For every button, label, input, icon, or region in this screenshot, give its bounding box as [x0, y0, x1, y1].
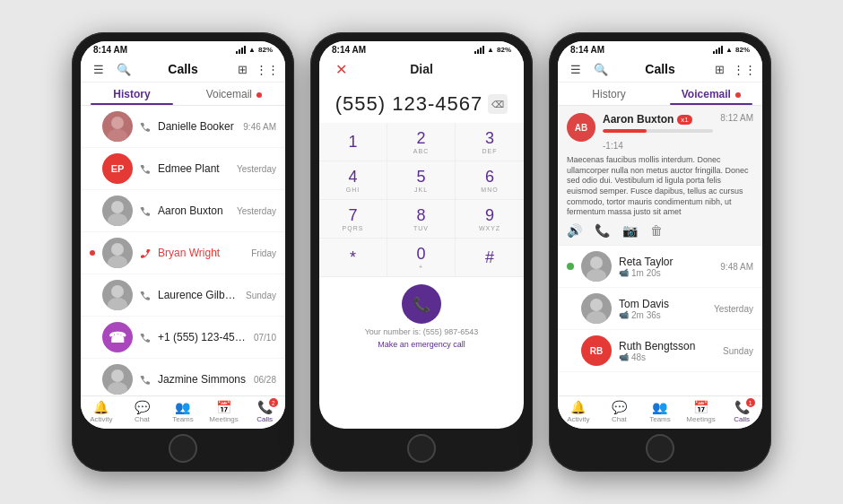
- vm-item-ruth[interactable]: RB Ruth Bengtsson 📹 48s Sunday: [558, 330, 762, 372]
- svg-point-5: [108, 256, 127, 268]
- vm-item-tom[interactable]: Tom Davis 📹 2m 36s Yesterday: [558, 288, 762, 330]
- tab-history-3[interactable]: History: [558, 83, 660, 105]
- teams-icon-1: 👥: [175, 400, 190, 414]
- call-icon-laurence: [140, 290, 151, 300]
- nav-teams-3[interactable]: 👥 Teams: [639, 400, 681, 423]
- dial-key-4[interactable]: 4 GHI: [319, 161, 387, 200]
- phone-1-screen: 8:14 AM ▲ 82% ☰ 🔍 Ca: [81, 41, 285, 429]
- vm-time-ruth: Sunday: [723, 346, 753, 356]
- vm-name-tom: Tom Davis: [619, 298, 707, 310]
- tab-history-1[interactable]: History: [81, 83, 183, 105]
- call-item-laurence[interactable]: Laurence Gilbertson (3) Sunday: [81, 274, 285, 317]
- dial-clear-btn[interactable]: ⌫: [488, 94, 508, 114]
- grid-icon-3[interactable]: ⋮⋮: [735, 60, 753, 78]
- nav-meetings-1[interactable]: 📅 Meetings: [204, 400, 245, 423]
- hamburger-icon-3[interactable]: ☰: [567, 60, 585, 78]
- avatar-danielle: [102, 111, 133, 142]
- voicemail-dot-1: [256, 92, 262, 98]
- tabs-3: History Voicemail: [558, 83, 762, 106]
- nav-teams-1[interactable]: 👥 Teams: [162, 400, 204, 423]
- dial-title: Dial: [410, 62, 433, 76]
- dial-key-9[interactable]: 9 WXYZ: [456, 200, 524, 239]
- status-bar-3: 8:14 AM ▲ 82%: [558, 41, 762, 56]
- avatar-laurence: [102, 280, 133, 310]
- voicemail-dot-3: [735, 92, 741, 98]
- close-icon[interactable]: ✕: [332, 60, 350, 78]
- home-btn-1[interactable]: [169, 434, 197, 463]
- phone-3: 8:14 AM ▲ 82% ☰ 🔍 Ca: [549, 32, 771, 472]
- app-title-3: Calls: [645, 62, 674, 76]
- call-name-number: +1 (555) 123-4567: [158, 331, 247, 343]
- dial-call-button[interactable]: 📞: [402, 284, 441, 324]
- vm-time-aaron: 8:12 AM: [720, 113, 753, 123]
- home-btn-2[interactable]: [407, 434, 436, 463]
- vm-item-reta[interactable]: Reta Taylor 📹 1m 20s 9:48 AM: [558, 246, 762, 288]
- grid-icon-1[interactable]: ⋮⋮: [258, 60, 276, 78]
- voicemail-top-item[interactable]: AB Aaron Buxton x1 -1:14 8:12 AM: [558, 106, 762, 246]
- call-icon-bryan: [140, 248, 151, 258]
- dialpad-icon-3[interactable]: ⊞: [710, 60, 728, 78]
- call-info-laurence: Laurence Gilbertson (3): [158, 289, 239, 301]
- call-item-edmee[interactable]: EP Edmee Plant Yesterday: [81, 148, 285, 190]
- dial-key-3[interactable]: 3 DEF: [456, 123, 524, 161]
- call-time-edmee: Yesterday: [237, 164, 276, 174]
- vm-camera-icon[interactable]: 📷: [622, 223, 638, 238]
- tab-voicemail-1[interactable]: Voicemail: [183, 83, 285, 105]
- signal-3: [713, 46, 723, 54]
- signal-1: [236, 46, 246, 54]
- nav-chat-1[interactable]: 💬 Chat: [122, 400, 163, 423]
- svg-point-13: [587, 269, 606, 282]
- call-item-number[interactable]: ☎ +1 (555) 123-4567 07/10: [81, 317, 285, 359]
- home-btn-3[interactable]: [646, 434, 674, 463]
- call-item-aaron[interactable]: Aaron Buxton Yesterday: [81, 190, 285, 232]
- dial-emergency[interactable]: Make an emergency call: [319, 340, 524, 354]
- vm-badge-aaron: x1: [677, 115, 691, 125]
- dial-key-6[interactable]: 6 MNO: [456, 161, 524, 200]
- nav-calls-3[interactable]: 📞 1 Calls: [721, 400, 762, 423]
- tab-voicemail-3[interactable]: Voicemail: [660, 83, 762, 105]
- dial-key-1[interactable]: 1: [319, 123, 387, 161]
- scene: 8:14 AM ▲ 82% ☰ 🔍 Ca: [63, 23, 780, 481]
- dial-key-7[interactable]: 7 PQRS: [319, 200, 387, 239]
- search-icon-3[interactable]: 🔍: [592, 60, 610, 78]
- dial-key-hash[interactable]: #: [456, 239, 524, 277]
- dial-key-0[interactable]: 0 +: [387, 239, 456, 277]
- dial-key-8[interactable]: 8 TUV: [387, 200, 456, 239]
- app-bar-1: ☰ 🔍 Calls ⊞ ⋮⋮: [81, 56, 285, 83]
- dial-your-number: Your number is: (555) 987-6543: [319, 327, 524, 340]
- svg-point-12: [590, 256, 603, 269]
- avatar-bryan: [102, 238, 133, 268]
- svg-point-2: [111, 201, 124, 213]
- voicemail-top-row: AB Aaron Buxton x1 -1:14 8:12 AM: [567, 113, 753, 152]
- dial-key-star[interactable]: *: [319, 239, 387, 277]
- activity-icon-1: 🔔: [93, 400, 109, 414]
- svg-point-9: [108, 382, 127, 395]
- nav-activity-1[interactable]: 🔔 Activity: [81, 400, 122, 423]
- call-item-bryan[interactable]: Bryan Wright Friday: [81, 232, 285, 274]
- call-name-jazmine: Jazmine Simmons: [158, 373, 247, 386]
- left-icons-1: ☰ 🔍: [90, 60, 133, 78]
- vm-delete-icon[interactable]: 🗑: [650, 223, 663, 238]
- hamburger-icon[interactable]: ☰: [90, 60, 108, 78]
- battery-2: 82%: [497, 46, 511, 54]
- dial-key-5[interactable]: 5 JKL: [387, 161, 456, 200]
- nav-chat-3[interactable]: 💬 Chat: [599, 400, 640, 423]
- dial-key-2[interactable]: 2 ABC: [387, 123, 456, 161]
- vm-speaker-icon[interactable]: 🔊: [567, 223, 582, 238]
- nav-meetings-3[interactable]: 📅 Meetings: [681, 400, 722, 423]
- call-time-aaron: Yesterday: [237, 206, 276, 216]
- call-name-edmee: Edmee Plant: [158, 162, 230, 175]
- vm-dur-ruth: 48s: [631, 352, 646, 362]
- nav-calls-1[interactable]: 📞 2 Calls: [244, 400, 285, 423]
- call-item-danielle[interactable]: Danielle Booker 9:46 AM: [81, 106, 285, 148]
- nav-activity-3[interactable]: 🔔 Activity: [558, 400, 599, 423]
- search-icon-1[interactable]: 🔍: [115, 60, 133, 78]
- vm-dur-reta: 1m 20s: [631, 268, 661, 278]
- svg-point-1: [108, 129, 127, 142]
- dialpad-icon-1[interactable]: ⊞: [233, 60, 251, 78]
- svg-point-14: [590, 299, 603, 311]
- svg-point-7: [108, 298, 127, 310]
- call-item-jazmine[interactable]: Jazmine Simmons 06/28: [81, 359, 285, 395]
- phone-1: 8:14 AM ▲ 82% ☰ 🔍 Ca: [72, 32, 294, 472]
- vm-call-icon[interactable]: 📞: [595, 223, 610, 238]
